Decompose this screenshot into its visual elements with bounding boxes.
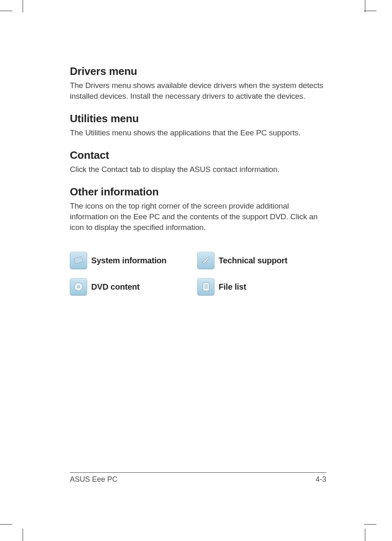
file-list-icon — [197, 278, 214, 295]
footer-page-number: 4-3 — [316, 475, 326, 484]
crop-mark — [0, 11, 12, 11]
footer-rule — [70, 472, 326, 473]
heading-drivers-menu: Drivers menu — [70, 65, 325, 78]
item-dvd-content: DVD content — [70, 278, 193, 295]
body-utilities-menu: The Utilities menu shows the application… — [70, 128, 325, 138]
label-technical-support: Technical support — [219, 256, 287, 265]
system-information-icon — [70, 252, 87, 269]
label-file-list: File list — [219, 282, 246, 292]
crop-mark — [364, 11, 376, 11]
heading-utilities-menu: Utilities menu — [70, 112, 325, 125]
item-technical-support: Technical support — [197, 252, 321, 269]
document-page: Drivers menu The Drivers menu shows avai… — [0, 0, 392, 541]
technical-support-icon — [197, 252, 214, 269]
label-dvd-content: DVD content — [91, 282, 140, 292]
svg-rect-8 — [203, 283, 209, 291]
body-contact: Click the Contact tab to display the ASU… — [70, 164, 325, 175]
crop-mark — [23, 529, 23, 541]
crop-mark — [365, 0, 365, 12]
page-footer: ASUS Eee PC 4-3 — [70, 472, 326, 484]
crop-mark — [365, 529, 365, 541]
heading-other-information: Other information — [70, 186, 325, 198]
label-system-information: System information — [91, 256, 166, 265]
crop-mark — [0, 524, 12, 525]
body-other-information: The icons on the top right corner of the… — [70, 201, 325, 233]
body-drivers-menu: The Drivers menu shows available device … — [70, 80, 325, 102]
dvd-content-icon — [70, 278, 87, 295]
svg-point-7 — [78, 286, 79, 287]
crop-mark — [23, 0, 23, 12]
page-content: Drivers menu The Drivers menu shows avai… — [70, 65, 325, 295]
item-file-list: File list — [197, 278, 321, 295]
item-system-information: System information — [70, 252, 193, 269]
footer-product: ASUS Eee PC — [70, 475, 118, 484]
icon-grid: System information Technical support — [70, 252, 325, 295]
heading-contact: Contact — [70, 149, 325, 162]
crop-mark — [364, 524, 376, 525]
